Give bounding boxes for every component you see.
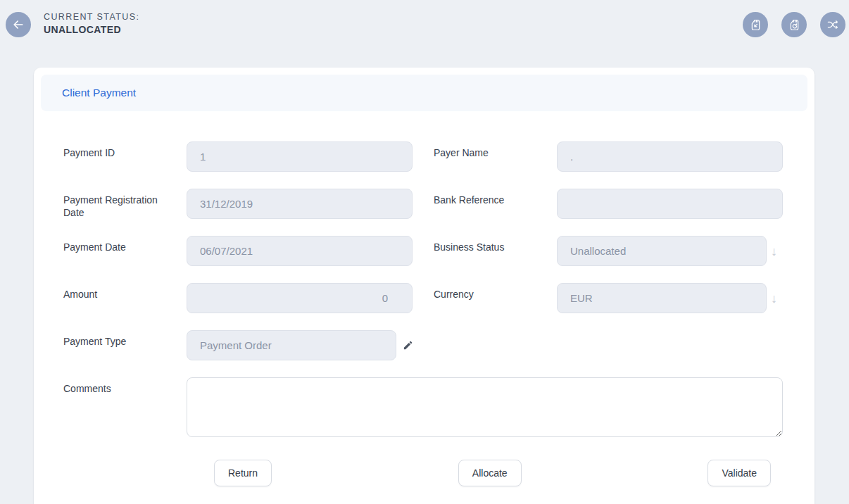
comments-label: Comments [63, 377, 187, 440]
current-status-value: UNALLOCATED [44, 24, 139, 35]
payer-name-input [557, 141, 783, 172]
payment-id-input [187, 141, 413, 172]
payment-registration-date-input [187, 189, 413, 219]
business-status-dropdown-arrow-icon[interactable]: ↓ [771, 245, 777, 258]
back-button[interactable] [6, 12, 31, 37]
edit-payment-type-button[interactable] [403, 340, 413, 351]
current-status: CURRENT STATUS: UNALLOCATED [44, 12, 139, 35]
back-arrow-icon [11, 18, 25, 32]
top-bar: CURRENT STATUS: UNALLOCATED [0, 0, 849, 51]
amount-label: Amount [63, 283, 187, 313]
memory-card-arrow-in-icon [749, 18, 762, 32]
return-button[interactable]: Return [214, 460, 272, 486]
allocate-button[interactable]: Allocate [458, 460, 522, 486]
payment-type-input [187, 330, 396, 360]
card-header: Client Payment [41, 75, 807, 111]
shuffle-arrows-icon [826, 18, 840, 32]
shuffle-button[interactable] [820, 12, 845, 37]
form-actions: Return Allocate Validate [214, 460, 771, 486]
bank-reference-label: Bank Reference [434, 189, 557, 219]
payment-id-label: Payment ID [63, 141, 187, 172]
current-status-label: CURRENT STATUS: [44, 12, 139, 22]
validate-button[interactable]: Validate [708, 460, 771, 486]
payment-date-label: Payment Date [63, 236, 187, 266]
card-title: Client Payment [62, 87, 136, 99]
save-export-button[interactable] [743, 12, 768, 37]
currency-dropdown-arrow-icon[interactable]: ↓ [771, 292, 777, 305]
business-status-select [557, 236, 767, 266]
currency-select [557, 283, 767, 313]
memory-card-refresh-icon [788, 18, 801, 32]
bank-reference-input [557, 189, 783, 219]
payment-type-label: Payment Type [63, 330, 187, 360]
business-status-label: Business Status [434, 236, 557, 266]
payment-date-input [187, 236, 413, 266]
client-payment-card: Client Payment Payment ID Payer Name Pay… [34, 68, 815, 504]
client-payment-form: Payment ID Payer Name Payment Registrati… [63, 141, 783, 486]
currency-label: Currency [434, 283, 557, 313]
amount-input [187, 283, 413, 313]
topbar-actions [743, 12, 845, 37]
payer-name-label: Payer Name [434, 141, 557, 172]
comments-textarea[interactable] [187, 377, 783, 437]
payment-registration-date-label: Payment Registration Date [63, 189, 187, 219]
save-sync-button[interactable] [781, 12, 807, 37]
pencil-icon [403, 340, 413, 351]
